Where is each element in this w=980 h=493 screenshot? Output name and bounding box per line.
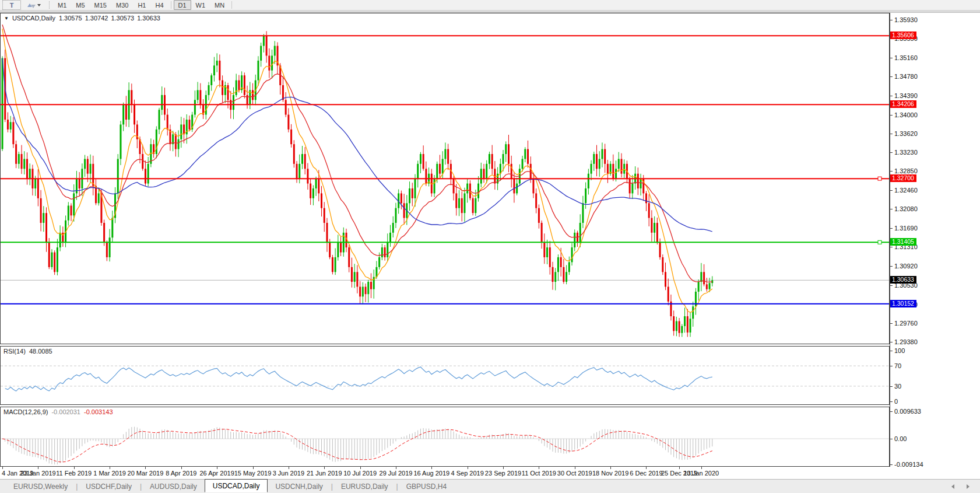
timeframe-button-h4[interactable]: H4 [150,0,168,10]
time-label: 16 Aug 2019 [413,470,449,477]
axis-label: 0 [894,398,898,405]
collapse-arrow-icon[interactable]: ▼ [4,16,9,21]
time-label: 23 Jan 2019 [20,470,56,477]
timeframe-button-m5[interactable]: M5 [71,0,89,10]
chart-title: ▼ USDCAD,Daily 1.30575 1.30742 1.30573 1… [4,15,160,22]
toolbar-separator [231,1,232,9]
axis-tick [890,439,893,439]
time-tick [74,467,75,469]
time-tick [396,467,396,469]
time-label: 26 Apr 2019 [199,470,234,477]
tab-usdcnh-daily[interactable]: USDCNH,Daily [268,481,330,492]
axis-tick [890,209,893,209]
time-tick [2,467,3,469]
axis-label: 1.29380 [894,338,918,345]
arrow-objects-button[interactable] [23,0,45,10]
axis-label: 30 [894,383,901,390]
axis-tick [890,351,893,351]
tab-eurusd-daily[interactable]: EURUSD,Daily [333,481,396,492]
time-label: 30 Oct 2019 [557,470,592,477]
time-label: 21 Jun 2019 [307,470,342,477]
axis-tick [890,134,893,134]
axis-tick [890,366,893,366]
axis-label: 1.31690 [894,225,918,232]
time-tick [217,467,217,469]
timeframe-button-m1[interactable]: M1 [53,0,71,10]
time-tick [646,467,647,469]
rsi-value: 48.0085 [29,348,52,355]
chart-symbol-label: USDCAD,Daily [12,15,55,22]
timeframe-button-m30[interactable]: M30 [111,0,133,10]
tab-usdchf-daily[interactable]: USDCHF,Daily [78,481,139,492]
time-label: 6 Dec 2019 [630,470,662,477]
axis-label: 1.30920 [894,263,918,270]
tab-usdcad-daily[interactable]: USDCAD,Daily [205,479,268,492]
time-tick [289,467,289,469]
axis-tick [890,285,893,286]
price-chip-1.35606: 1.35606 [890,32,916,39]
time-tick [145,467,146,469]
macd-main-value: -0.002031 [51,408,80,415]
time-axis[interactable]: 4 Jan 201923 Jan 201911 Feb 20191 Mar 20… [0,467,980,479]
time-tick [539,467,539,469]
axis-label: 0.009633 [894,408,921,415]
axis-tick [890,115,893,116]
quote-high: 1.30742 [85,15,108,22]
axis-label: 1.32460 [894,187,918,194]
axis-tick [890,401,893,402]
time-label: 1 Mar 2019 [93,470,126,477]
axis-label: 1.32080 [894,205,918,212]
time-tick [503,467,504,469]
dropdown-caret-icon [37,4,41,6]
time-label: 11 Feb 2019 [56,470,92,477]
text-label-tool-button[interactable]: T [2,0,21,10]
axis-label: 0.00 [894,435,907,442]
time-label: 3 Jun 2019 [273,470,304,477]
tab-gbpusd-h4[interactable]: GBPUSD,H4 [399,481,454,492]
timeframe-button-w1[interactable]: W1 [191,0,210,10]
time-tick [110,467,110,469]
time-tick [431,467,432,469]
tab-scroll-right-icon[interactable] [967,484,970,489]
time-label: 23 Sep 2019 [485,470,521,477]
axis-label: 1.34780 [894,73,918,80]
axis-label: 100 [894,347,905,354]
axis-label: 1.34390 [894,92,918,99]
time-tick [679,467,680,469]
macd-name: MACD(12,26,9) [3,408,48,415]
tab-eurusd-weekly[interactable]: EURUSD,Weekly [6,481,75,492]
timeframe-button-h1[interactable]: H1 [133,0,150,10]
axis-tick [890,152,893,153]
axis-label: 70 [894,362,901,369]
rsi-name: RSI(14) [3,348,26,355]
axis-label: 1.29760 [894,320,918,327]
price-chip-1.30152: 1.30152 [890,300,916,307]
macd-indicator-canvas[interactable] [0,407,890,467]
tab-audusd-daily[interactable]: AUDUSD,Daily [142,481,205,492]
timeframe-button-m15[interactable]: M15 [90,0,111,10]
axis-tick [890,464,893,465]
time-tick [360,467,361,469]
macd-label: MACD(12,26,9) -0.002031 -0.003143 [3,408,113,415]
timeframe-button-mn[interactable]: MN [210,0,229,10]
mt4-terminal: T M1M5M15M30H1H4D1W1MN ▼ USDCAD,Daily 1.… [0,0,980,493]
line-handle[interactable] [878,240,881,244]
rsi-label: RSI(14) 48.0085 [3,348,52,355]
arrow-down-icon [31,5,36,8]
axis-tick [890,411,893,412]
timeframe-button-d1[interactable]: D1 [174,0,191,10]
price-chip-1.31405: 1.31405 [890,238,916,246]
time-tick [253,467,254,469]
tab-scroll-left-icon[interactable] [951,484,954,489]
axis-label: 1.33620 [894,130,918,137]
time-tick [575,467,575,469]
rsi-indicator-canvas[interactable] [0,346,890,405]
time-tick [468,467,468,469]
axis-tick [890,247,893,247]
line-handle[interactable] [878,177,881,180]
axis-tick [890,266,893,267]
price-chart-canvas[interactable] [0,13,890,344]
toolbar-grip [49,1,50,9]
axis-label: 1.35930 [894,16,918,23]
time-label: 8 Apr 2019 [166,470,196,477]
